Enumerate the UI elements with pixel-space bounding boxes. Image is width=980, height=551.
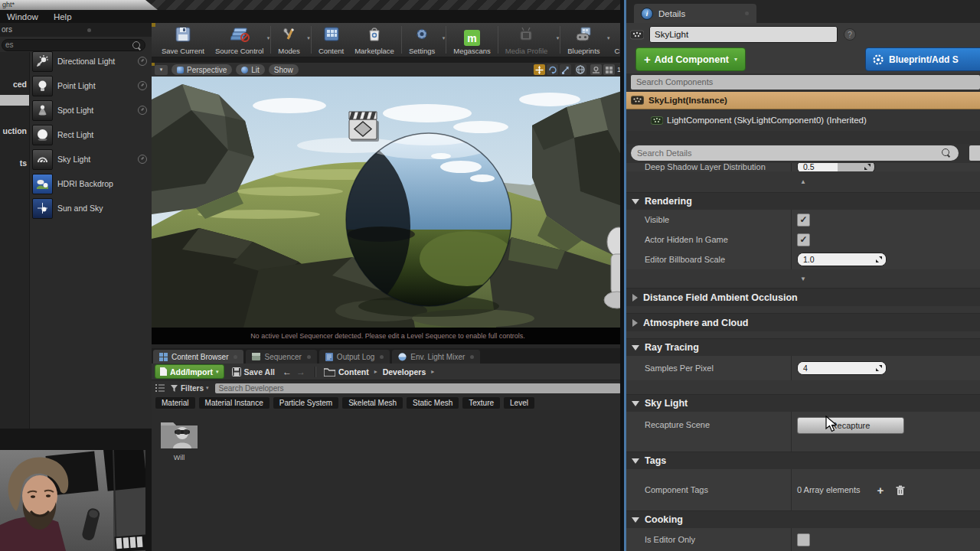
breadcrumb-content[interactable]: Content bbox=[338, 367, 369, 377]
filter-chip-static-mesh[interactable]: Static Mesh bbox=[407, 397, 459, 409]
filter-chip-skeletal-mesh[interactable]: Skeletal Mesh bbox=[342, 397, 403, 409]
source-control-button[interactable]: Source Control ▾ bbox=[210, 23, 269, 57]
dropdown-caret-icon[interactable]: ▾ bbox=[557, 35, 560, 41]
viewport-options-dropdown[interactable]: ▾ bbox=[155, 65, 168, 75]
section-ray-tracing[interactable]: Ray Tracing bbox=[626, 338, 980, 356]
breadcrumb-developers[interactable]: Developers bbox=[383, 367, 426, 377]
dropdown-caret-icon[interactable]: ▾ bbox=[443, 35, 446, 41]
category-item-selected[interactable] bbox=[0, 95, 29, 106]
recapture-button[interactable]: Recapture bbox=[797, 417, 904, 434]
section-cooking[interactable]: Cooking bbox=[626, 510, 980, 528]
search-components-input[interactable]: Search Components bbox=[631, 75, 980, 90]
section-rendering[interactable]: Rendering bbox=[626, 192, 980, 210]
blueprints-button[interactable]: Blueprints ▾ bbox=[562, 23, 609, 57]
place-item-rect-light[interactable]: Rect Light bbox=[30, 122, 152, 147]
tab-pin-icon[interactable] bbox=[87, 28, 91, 32]
add-import-button[interactable]: Add/Import ▾ bbox=[155, 364, 224, 379]
place-item-sun-and-sky[interactable]: Sun and Sky bbox=[30, 196, 152, 220]
tab-env-light-mixer[interactable]: Env. Light Mixer bbox=[392, 350, 480, 364]
tab-pin-icon[interactable] bbox=[307, 355, 311, 359]
grid-snap-button[interactable] bbox=[603, 64, 615, 75]
visible-checkbox[interactable]: ✓ bbox=[797, 214, 810, 227]
actor-name-input[interactable] bbox=[649, 26, 838, 43]
add-component-button[interactable]: + Add Component ▾ bbox=[635, 47, 746, 71]
tab-pin-icon[interactable] bbox=[380, 355, 384, 359]
class-edit-icon[interactable] bbox=[138, 155, 147, 164]
dropdown-caret-icon[interactable]: ▾ bbox=[307, 35, 310, 41]
place-item-hdri-backdrop[interactable]: HDRI Backdrop bbox=[30, 171, 152, 196]
filter-chip-particle-system[interactable]: Particle System bbox=[273, 397, 338, 409]
save-current-button[interactable]: Save Current bbox=[156, 23, 210, 57]
scroll-up-indicator[interactable]: ▲ bbox=[626, 171, 980, 192]
tab-output-log[interactable]: Output Log bbox=[319, 350, 390, 364]
place-item-point-light[interactable]: Point Light bbox=[30, 73, 152, 98]
translate-gizmo-button[interactable] bbox=[534, 64, 545, 75]
menu-help[interactable]: Help bbox=[46, 12, 80, 21]
place-item-sky-light[interactable]: Sky Light bbox=[30, 147, 152, 171]
tab-content-browser[interactable]: Content Browser bbox=[153, 350, 243, 364]
actor-hidden-checkbox[interactable]: ✓ bbox=[797, 233, 810, 246]
place-item-directional-light[interactable]: Directional Light bbox=[30, 49, 152, 73]
category-item[interactable]: ts bbox=[20, 158, 27, 168]
marketplace-button[interactable]: Marketplace bbox=[349, 23, 400, 57]
media-profile-button[interactable]: Media Profile ▾ bbox=[500, 23, 558, 57]
section-sky-light[interactable]: Sky Light bbox=[626, 394, 980, 412]
trash-icon[interactable] bbox=[896, 485, 905, 495]
show-button[interactable]: Show bbox=[269, 64, 299, 75]
place-item-spot-light[interactable]: Spot Light bbox=[30, 98, 152, 122]
perspective-button[interactable]: Perspective bbox=[172, 64, 232, 75]
modes-button[interactable]: Modes ▾ bbox=[273, 23, 309, 57]
place-actors-tab[interactable]: ors bbox=[2, 25, 12, 34]
dropdown-caret-icon[interactable]: ▾ bbox=[267, 35, 270, 41]
save-all-button[interactable]: Save All bbox=[232, 367, 275, 377]
rotate-gizmo-button[interactable] bbox=[547, 64, 558, 75]
forward-button[interactable]: → bbox=[296, 367, 305, 377]
tab-sequencer[interactable]: Sequencer bbox=[246, 350, 316, 364]
class-edit-icon[interactable] bbox=[138, 57, 147, 66]
filters-button[interactable]: Filters bbox=[181, 384, 204, 393]
is-editor-only-checkbox[interactable] bbox=[797, 533, 810, 546]
level-title-tab[interactable]: ght* bbox=[0, 0, 158, 10]
scale-gizmo-button[interactable] bbox=[560, 64, 571, 75]
category-item[interactable]: uction bbox=[3, 126, 28, 135]
samples-per-pixel-spinbox[interactable]: 4 bbox=[797, 361, 887, 375]
level-viewport[interactable]: ▾ Perspective Lit Show bbox=[152, 63, 624, 344]
world-local-toggle-button[interactable] bbox=[575, 64, 586, 75]
content-search-input[interactable]: Search Developers bbox=[215, 383, 621, 393]
scroll-down-indicator[interactable]: ▼ bbox=[626, 269, 980, 288]
class-edit-icon[interactable] bbox=[138, 106, 147, 115]
help-icon[interactable]: ? bbox=[844, 28, 856, 41]
menu-window[interactable]: Window bbox=[0, 12, 46, 21]
section-atmosphere-cloud[interactable]: Atmosphere and Cloud bbox=[626, 313, 980, 331]
tab-pin-icon[interactable] bbox=[470, 355, 474, 359]
component-tree-root-selected[interactable]: SkyLight(Instance) bbox=[626, 92, 980, 109]
component-tree-light-component[interactable]: LightComponent (SkyLightComponent0) (Inh… bbox=[626, 109, 980, 131]
filter-chip-material-instance[interactable]: Material Instance bbox=[199, 397, 270, 409]
section-tags[interactable]: Tags bbox=[626, 452, 980, 469]
back-button[interactable]: ← bbox=[283, 367, 292, 377]
class-edit-icon[interactable] bbox=[138, 81, 147, 90]
asset-grid[interactable]: Will bbox=[152, 410, 624, 551]
folder-item-will[interactable]: Will bbox=[158, 415, 201, 461]
filter-chip-material[interactable]: Material bbox=[155, 397, 195, 409]
megascans-button[interactable]: m Megascans bbox=[448, 23, 496, 57]
tab-pin-icon[interactable] bbox=[745, 11, 749, 15]
tab-details[interactable]: i Details bbox=[634, 4, 756, 23]
surface-snap-button[interactable] bbox=[590, 64, 602, 75]
billboard-scale-spinbox[interactable]: 1.0 bbox=[797, 253, 887, 266]
sources-panel-icon[interactable] bbox=[155, 383, 165, 393]
content-button[interactable]: Content bbox=[313, 23, 349, 57]
cine-camera-sprite-icon[interactable] bbox=[349, 112, 379, 142]
filter-chip-texture[interactable]: Texture bbox=[462, 397, 500, 409]
settings-button[interactable]: Settings ▾ bbox=[403, 23, 444, 57]
viewport-scene[interactable] bbox=[152, 77, 624, 328]
details-view-options-button[interactable] bbox=[969, 145, 980, 161]
section-distance-field-ao[interactable]: Distance Field Ambient Occlusion bbox=[626, 288, 980, 306]
tab-pin-icon[interactable] bbox=[234, 355, 237, 359]
category-item[interactable]: ced bbox=[13, 80, 27, 89]
details-property-list[interactable]: Deep Shadow Layer Distribution 0.5 ▲ bbox=[626, 163, 980, 551]
blueprint-add-script-button[interactable]: Blueprint/Add S bbox=[865, 47, 980, 71]
add-tag-button[interactable]: + bbox=[877, 484, 884, 497]
view-mode-button[interactable]: Lit bbox=[236, 64, 265, 75]
deep-shadow-spinbox[interactable]: 0.5 bbox=[797, 163, 875, 171]
